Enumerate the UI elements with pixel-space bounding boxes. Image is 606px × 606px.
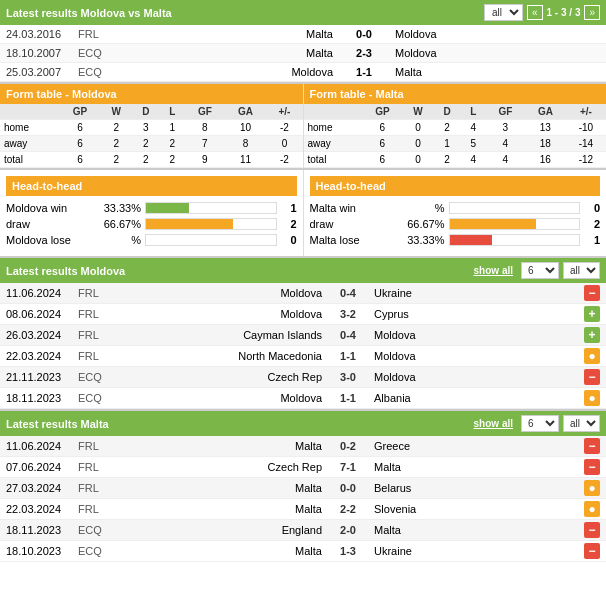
latest-malta-rows: 11.06.2024 FRL Malta 0-2 Greece − 07.06.…: [0, 436, 606, 562]
result-home: Malta: [116, 482, 326, 494]
col-l: L: [160, 104, 186, 120]
result-comp: FRL: [78, 329, 116, 341]
latest-moldova-header: Latest results Moldova show all 6 10 all: [0, 258, 606, 283]
latest-malta-num-select[interactable]: 6 10: [521, 415, 559, 432]
row-d: 2: [132, 152, 160, 168]
h2h-pct: 33.33%: [96, 202, 141, 214]
match-away: Moldova: [389, 47, 600, 59]
result-score: 0-2: [326, 440, 370, 452]
h2h-moldova-title: Head-to-head: [12, 180, 82, 192]
h2h-sections: Head-to-head Moldova win 33.33% 1 draw 6…: [0, 168, 606, 256]
h2h-pct: %: [400, 202, 445, 214]
result-comp: FRL: [78, 503, 116, 515]
row-w: 0: [402, 120, 433, 136]
result-comp: FRL: [78, 350, 116, 362]
row-d: 2: [132, 136, 160, 152]
result-date: 08.06.2024: [6, 308, 78, 320]
latest-moldova-num-select[interactable]: 6 10: [521, 262, 559, 279]
col-l: L: [461, 104, 486, 120]
h2h-malta-section: Head-to-head Malta win % 0 draw 66.67% 2…: [304, 170, 607, 256]
row-label: total: [0, 152, 60, 168]
result-icon: −: [584, 438, 600, 454]
h2h-pct: 66.67%: [96, 218, 141, 230]
result-icon: ●: [584, 501, 600, 517]
h2h-moldova-rows: Moldova win 33.33% 1 draw 66.67% 2 Moldo…: [6, 202, 297, 246]
row-gf: 3: [486, 120, 525, 136]
form-malta-header: Form table - Malta: [304, 84, 607, 104]
result-comp: FRL: [78, 482, 116, 494]
form-tables: Form table - Moldova GP W D L GF GA +/- …: [0, 82, 606, 168]
result-away: Moldova: [370, 350, 580, 362]
row-d: 2: [434, 120, 461, 136]
col-d: D: [132, 104, 160, 120]
row-diff: 0: [266, 136, 302, 152]
row-ga: 13: [525, 120, 566, 136]
row-diff: -2: [266, 152, 302, 168]
form-moldova-header: Form table - Moldova: [0, 84, 303, 104]
h2h-row: Malta lose 33.33% 1: [310, 234, 601, 246]
col-gp: GP: [60, 104, 101, 120]
list-item: 27.03.2024 FRL Malta 0-0 Belarus ●: [0, 478, 606, 499]
result-away: Malta: [370, 461, 580, 473]
h2h-bar: [450, 235, 493, 245]
col-w: W: [100, 104, 132, 120]
row-l: 2: [160, 152, 186, 168]
table-row: away 6 2 2 2 7 8 0: [0, 136, 303, 152]
row-diff: -10: [566, 120, 606, 136]
table-row: total 6 2 2 2 9 11 -2: [0, 152, 303, 168]
result-away: Ukraine: [370, 287, 580, 299]
list-item: 07.06.2024 FRL Czech Rep 7-1 Malta −: [0, 457, 606, 478]
show-all-link[interactable]: show all: [474, 265, 513, 276]
result-score: 0-4: [326, 329, 370, 341]
result-icon: −: [584, 543, 600, 559]
result-icon: +: [584, 306, 600, 322]
row-gp: 6: [60, 152, 101, 168]
form-moldova: Form table - Moldova GP W D L GF GA +/- …: [0, 84, 304, 168]
result-score: 3-0: [326, 371, 370, 383]
h2h-row: draw 66.67% 2: [310, 218, 601, 230]
latest-malta-controls: show all 6 10 all: [474, 415, 600, 432]
row-w: 2: [100, 152, 132, 168]
show-all-malta-link[interactable]: show all: [474, 418, 513, 429]
filter-all-select[interactable]: all: [484, 4, 523, 21]
result-icon: −: [584, 459, 600, 475]
match-date: 24.03.2016: [6, 28, 78, 40]
latest-malta-filter-select[interactable]: all: [563, 415, 600, 432]
list-item: 11.06.2024 FRL Malta 0-2 Greece −: [0, 436, 606, 457]
row-gp: 6: [362, 152, 402, 168]
h2h-count: 2: [281, 218, 297, 230]
h2h-pct: 33.33%: [400, 234, 445, 246]
col-ga: GA: [525, 104, 566, 120]
col-label: [304, 104, 363, 120]
result-home: North Macedonia: [116, 350, 326, 362]
result-date: 22.03.2024: [6, 350, 78, 362]
match-home: Malta: [128, 28, 339, 40]
top-header: Latest results Moldova vs Malta all « 1 …: [0, 0, 606, 25]
row-diff: -12: [566, 152, 606, 168]
row-gp: 6: [60, 136, 101, 152]
result-away: Moldova: [370, 329, 580, 341]
result-home: Moldova: [116, 287, 326, 299]
h2h-bar: [450, 219, 537, 229]
result-score: 1-3: [326, 545, 370, 557]
table-row: home 6 2 3 1 8 10 -2: [0, 120, 303, 136]
list-item: 08.06.2024 FRL Moldova 3-2 Cyprus +: [0, 304, 606, 325]
h2h-row: draw 66.67% 2: [6, 218, 297, 230]
top-controls: all « 1 - 3 / 3 »: [484, 4, 600, 21]
match-comp: FRL: [78, 28, 128, 40]
h2h-bar-container: [449, 202, 581, 214]
latest-moldova-filter-select[interactable]: all: [563, 262, 600, 279]
h2h-bar-container: [145, 234, 277, 246]
result-icon: −: [584, 285, 600, 301]
row-gf: 9: [185, 152, 225, 168]
h2h-matches: 24.03.2016 FRL Malta 0-0 Moldova 18.10.2…: [0, 25, 606, 82]
prev-button[interactable]: «: [527, 5, 543, 20]
result-date: 18.11.2023: [6, 524, 78, 536]
h2h-label: Malta win: [310, 202, 400, 214]
row-gf: 4: [486, 152, 525, 168]
match-comp: ECQ: [78, 47, 128, 59]
result-icon: −: [584, 369, 600, 385]
result-score: 0-4: [326, 287, 370, 299]
h2h-bar-container: [145, 218, 277, 230]
next-button[interactable]: »: [584, 5, 600, 20]
